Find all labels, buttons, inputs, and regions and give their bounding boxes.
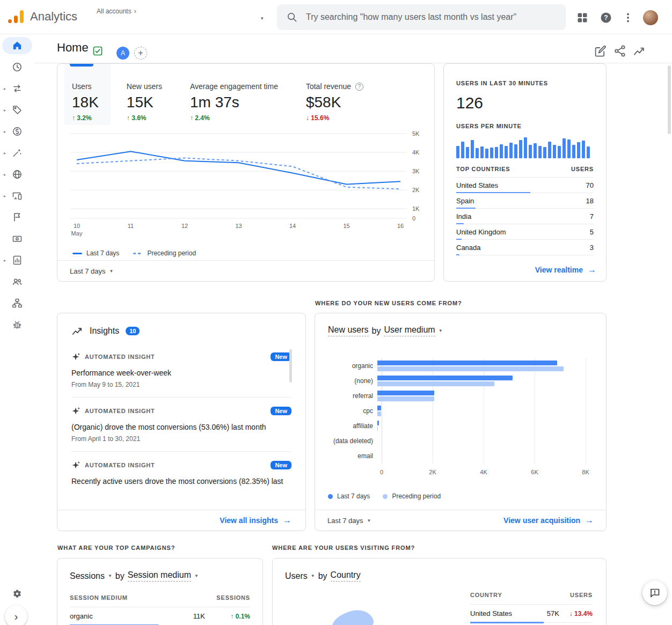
country-row[interactable]: United Kingdom 5 bbox=[456, 224, 594, 240]
sidebar-item-monetization[interactable]: ▸ bbox=[0, 121, 34, 142]
metric-tab-users[interactable]: Users 18K ↑ 3.2% bbox=[64, 64, 111, 125]
insight-item[interactable]: AUTOMATED INSIGHT New Performance week-o… bbox=[71, 343, 291, 398]
svg-text:10: 10 bbox=[74, 223, 80, 229]
insight-title: Recently active users drove the most con… bbox=[71, 477, 291, 486]
users-per-minute-label: USERS PER MINUTE bbox=[456, 123, 594, 129]
sidebar-item-money[interactable] bbox=[0, 228, 34, 249]
campaigns-table-header: SESSION MEDIUM SESSIONS bbox=[70, 594, 250, 607]
chevron-down-icon[interactable]: ▼ bbox=[194, 573, 199, 578]
insights-spark-icon[interactable] bbox=[633, 45, 646, 57]
sparkle-icon bbox=[71, 352, 80, 361]
share-icon[interactable] bbox=[613, 45, 626, 57]
expand-caret-icon: ▸ bbox=[4, 258, 6, 263]
search-input[interactable] bbox=[306, 12, 556, 22]
sidebar-item-reports[interactable]: ▸ bbox=[0, 249, 34, 271]
legend-label: Last 7 days bbox=[337, 492, 370, 500]
bar-last-7-days bbox=[377, 361, 557, 365]
metric-selector[interactable]: Users bbox=[285, 571, 308, 581]
view-user-acquisition-link[interactable]: View user acquisition → bbox=[503, 516, 594, 525]
metric-tab-engagement-time[interactable]: Average engagement time 1m 37s ↑ 2.4% bbox=[182, 64, 290, 125]
insight-item[interactable]: AUTOMATED INSIGHT New (Organic) drove th… bbox=[71, 398, 291, 452]
user-avatar[interactable] bbox=[643, 10, 658, 25]
country-row[interactable]: Canada 3 bbox=[456, 240, 594, 255]
sidebar-item-devices[interactable]: ▸ bbox=[0, 185, 34, 207]
country-name: India bbox=[456, 212, 471, 220]
row-label: United States bbox=[470, 609, 532, 617]
sidebar-item-home[interactable] bbox=[0, 35, 34, 56]
metric-value: 15K bbox=[127, 94, 162, 111]
date-range-dropdown[interactable]: Last 7 days ▼ bbox=[70, 267, 113, 275]
country-row[interactable]: India 7 bbox=[456, 209, 594, 224]
medium-card-title: New users by User medium ▼ bbox=[315, 313, 606, 336]
sidebar-item-tag[interactable]: ▸ bbox=[0, 99, 34, 121]
sidebar-item-structure[interactable] bbox=[0, 292, 34, 314]
minute-bar bbox=[529, 145, 532, 158]
metric-selector[interactable]: New users bbox=[328, 325, 369, 336]
expand-caret-icon: ▸ bbox=[4, 172, 6, 177]
account-breadcrumb[interactable]: All accounts › bbox=[97, 8, 136, 15]
users-by-country-card: Users ▼ by Country COUNTRY USERS United … bbox=[272, 558, 607, 625]
dimension-selector[interactable]: User medium bbox=[384, 325, 435, 336]
help-icon[interactable]: ? bbox=[600, 11, 612, 24]
more-options-icon[interactable] bbox=[622, 11, 634, 24]
view-all-insights-link[interactable]: View all insights → bbox=[220, 516, 291, 525]
sidebar-item-admin[interactable] bbox=[0, 583, 34, 605]
minute-bar bbox=[471, 140, 474, 158]
sidebar-item-globe[interactable]: ▸ bbox=[0, 164, 34, 185]
sidebar-item-debug[interactable] bbox=[0, 314, 34, 335]
page-scrollbar[interactable] bbox=[668, 65, 671, 134]
insights-scrollbar[interactable] bbox=[289, 349, 292, 383]
customize-dashboard-icon[interactable] bbox=[594, 45, 607, 57]
sidebar-item-attribution[interactable]: ▸ bbox=[0, 142, 34, 164]
sidebar-item-flag[interactable] bbox=[0, 207, 34, 228]
bar-category-label: (none) bbox=[328, 377, 377, 385]
sidebar-item-clock[interactable] bbox=[0, 56, 34, 78]
arrow-right-icon: → bbox=[283, 516, 291, 525]
chevron-down-icon[interactable]: ▼ bbox=[311, 573, 315, 578]
bar-row: (none) bbox=[328, 373, 594, 388]
help-tooltip-icon[interactable]: ? bbox=[355, 83, 363, 91]
apps-grid-icon[interactable] bbox=[576, 11, 589, 24]
verified-check-icon[interactable] bbox=[93, 46, 103, 56]
svg-text:5K: 5K bbox=[412, 130, 420, 137]
sidebar-item-audiences[interactable] bbox=[0, 271, 34, 292]
feedback-button[interactable] bbox=[642, 580, 667, 605]
search-bar[interactable] bbox=[277, 4, 566, 30]
analytics-logo-icon bbox=[9, 9, 25, 24]
chevron-down-icon[interactable]: ▼ bbox=[108, 573, 112, 578]
account-chip[interactable]: A bbox=[116, 47, 129, 60]
table-row[interactable]: United States 57K ↓ 13.4% bbox=[470, 605, 593, 623]
metric-selector[interactable]: Sessions bbox=[70, 571, 105, 581]
dimension-selector[interactable]: Session medium bbox=[128, 570, 191, 582]
chevron-down-icon[interactable]: ▼ bbox=[439, 328, 443, 333]
minute-bar bbox=[466, 147, 469, 158]
country-users: 70 bbox=[586, 181, 594, 189]
insights-card: Insights 10 AUTOMATED INSIGHT New Perfor… bbox=[57, 313, 306, 531]
view-realtime-link[interactable]: View realtime → bbox=[535, 265, 596, 275]
expand-caret-icon: ▸ bbox=[4, 194, 6, 198]
bar-row: cpc bbox=[328, 403, 594, 418]
account-picker-caret-icon[interactable]: ▾ bbox=[261, 16, 264, 21]
dimension-selector[interactable]: Country bbox=[331, 570, 361, 582]
globe-icon bbox=[12, 169, 23, 180]
insights-title: Insights bbox=[90, 326, 119, 336]
country-row[interactable]: Spain 18 bbox=[456, 193, 594, 209]
current-series-dot bbox=[328, 494, 333, 499]
by-label: by bbox=[318, 571, 327, 581]
link-label: View realtime bbox=[535, 266, 583, 274]
table-row[interactable]: organic 11K ↑ 0.1% bbox=[70, 607, 250, 625]
metric-tab-total-revenue[interactable]: Total revenue ? $58K ↓ 15.6% bbox=[298, 64, 375, 125]
analytics-logo[interactable]: Analytics bbox=[9, 9, 77, 24]
row-value: 57K bbox=[532, 609, 559, 617]
insight-item[interactable]: AUTOMATED INSIGHT New Recently active us… bbox=[71, 452, 291, 494]
bar-category-label: organic bbox=[328, 362, 377, 370]
sidebar-expand-button[interactable]: › bbox=[5, 605, 27, 625]
date-range-dropdown[interactable]: Last 7 days ▼ bbox=[327, 517, 371, 525]
date-range-label: Last 7 days bbox=[70, 267, 106, 275]
sidebar-item-swap[interactable]: ▸ bbox=[0, 78, 34, 99]
add-comparison-button[interactable]: + bbox=[134, 47, 147, 60]
campaigns-card-title: Sessions ▼ by Session medium ▼ bbox=[57, 558, 262, 582]
metric-tab-new-users[interactable]: New users 15K ↑ 3.6% bbox=[119, 64, 174, 125]
insight-kind: AUTOMATED INSIGHT bbox=[85, 462, 266, 468]
country-row[interactable]: United States 70 bbox=[456, 178, 594, 193]
